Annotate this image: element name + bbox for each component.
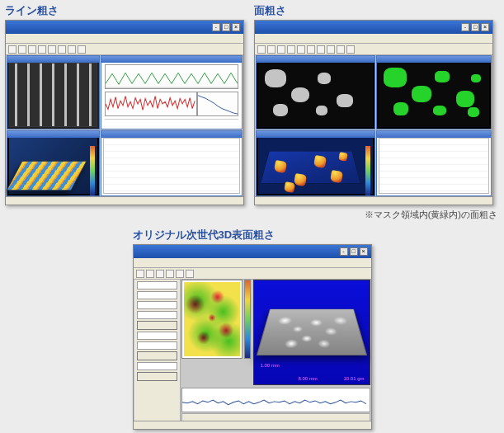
panel-heatmap[interactable] (181, 280, 243, 359)
cell-line-roughness: ライン粗さ - □ × (0, 0, 249, 207)
footnote-row: ※マスク領域内(黄緑内)の面粗さ (0, 207, 504, 224)
panel-sem-image[interactable] (256, 55, 375, 129)
toolbar-button[interactable] (58, 45, 66, 54)
action-button[interactable] (137, 321, 177, 330)
titlebar[interactable]: - □ × (6, 21, 243, 34)
toolbar[interactable] (255, 44, 492, 55)
toolbar-button[interactable] (156, 270, 164, 278)
toolbar-button[interactable] (317, 45, 325, 54)
titlebar[interactable]: - □ × (134, 245, 371, 258)
window-body (256, 55, 492, 196)
input-field[interactable] (137, 301, 177, 309)
toolbar-button[interactable] (307, 45, 315, 54)
toolbar-button[interactable] (297, 45, 305, 54)
toolbar-button[interactable] (186, 270, 194, 278)
ridged-sample-icon (9, 63, 97, 127)
caption-original3d: オリジナル次世代3D表面粗さ (133, 228, 372, 242)
minimize-button[interactable]: - (340, 247, 348, 256)
caption-line: ライン粗さ (5, 3, 244, 18)
sem-image (258, 63, 373, 127)
toolbar-button[interactable] (257, 45, 266, 54)
toolbar-button[interactable] (68, 45, 76, 54)
colorbar-icon (244, 280, 251, 359)
toolbar-button[interactable] (38, 45, 46, 54)
input-field[interactable] (137, 281, 177, 289)
window-area-roughness: - □ × (254, 20, 493, 205)
close-button[interactable]: × (481, 23, 489, 31)
toolbar-button[interactable] (176, 270, 184, 278)
input-field[interactable] (137, 341, 177, 350)
window-line-roughness: - □ × (5, 20, 244, 205)
axis-label-x: 8.00 mm (299, 376, 318, 381)
maximize-button[interactable]: □ (222, 23, 230, 31)
data-table (103, 138, 240, 194)
toolbar-button[interactable] (346, 45, 355, 54)
input-field[interactable] (137, 311, 177, 319)
toolbar[interactable] (6, 44, 243, 55)
window-original-3d: - □ × (133, 244, 372, 430)
titlebar[interactable]: - □ × (255, 21, 492, 34)
heatmap-image (184, 282, 240, 356)
input-field[interactable] (137, 291, 177, 299)
stats-table (379, 138, 489, 194)
ridged-3d-icon (6, 161, 87, 191)
profile-readout (105, 119, 238, 129)
window-body: 1.00 mm 8.00 mm 10.01 gm (134, 280, 370, 421)
toolbar-button[interactable] (8, 45, 16, 54)
window-buttons: - □ × (212, 23, 240, 31)
footnote-text: ※マスク領域内(黄緑内)の面粗さ (255, 207, 504, 224)
caption-area: 面粗さ (254, 3, 493, 18)
close-button[interactable]: × (360, 247, 368, 256)
action-button[interactable] (137, 372, 177, 381)
colorbar-icon (90, 146, 95, 195)
statusbar (6, 196, 243, 205)
axis-label-y: 1.00 mm (261, 363, 280, 368)
profile-graph-right (197, 92, 238, 116)
toolbar-button[interactable] (18, 45, 26, 54)
input-field[interactable] (137, 362, 177, 370)
maximize-button[interactable]: □ (471, 23, 479, 31)
minimize-button[interactable]: - (461, 23, 469, 31)
bottom-row: オリジナル次世代3D表面粗さ - □ × (0, 224, 504, 431)
menubar[interactable] (134, 258, 371, 268)
cell-original-3d: オリジナル次世代3D表面粗さ - □ × (128, 224, 377, 431)
profile-graph-top (105, 64, 238, 89)
toolbar[interactable] (134, 268, 371, 280)
panel-statistics-table[interactable] (376, 130, 492, 196)
action-button[interactable] (137, 351, 177, 360)
menubar[interactable] (6, 34, 243, 44)
panel-3d-masked-surface[interactable] (256, 130, 375, 196)
toolbar-button[interactable] (48, 45, 56, 54)
toolbar-button[interactable] (337, 45, 345, 54)
toolbar-button[interactable] (287, 45, 295, 54)
toolbar-button[interactable] (28, 45, 36, 54)
panel-microscope-image[interactable] (7, 55, 100, 129)
statusbar (134, 421, 371, 429)
panel-mask-overlay[interactable] (376, 55, 492, 129)
panel-data-table[interactable] (101, 130, 243, 196)
statusbar (255, 196, 492, 205)
panel-profile-plot[interactable] (181, 388, 370, 412)
toolbar-button[interactable] (267, 45, 276, 54)
surface-3d-view (258, 138, 373, 194)
panel-3d-view[interactable]: 1.00 mm 8.00 mm 10.01 gm (253, 280, 370, 385)
profile-graph-middle (105, 92, 197, 116)
toolbar-button[interactable] (136, 270, 144, 278)
toolbar-button[interactable] (327, 45, 335, 54)
window-body (7, 55, 243, 196)
maximize-button[interactable]: □ (350, 247, 358, 256)
top-row: ライン粗さ - □ × (0, 0, 504, 207)
rough-surface-3d-icon (256, 309, 366, 355)
toolbar-button[interactable] (78, 45, 86, 54)
panel-profile-graphs[interactable] (101, 55, 243, 129)
toolbar-button[interactable] (166, 270, 174, 278)
menubar[interactable] (255, 34, 492, 44)
toolbar-button[interactable] (277, 45, 285, 54)
close-button[interactable]: × (232, 23, 240, 31)
input-field[interactable] (137, 332, 177, 340)
panel-3d-surface[interactable] (7, 130, 100, 196)
toolbar-button[interactable] (146, 270, 154, 278)
colorbar-icon (365, 146, 370, 195)
minimize-button[interactable]: - (212, 23, 220, 31)
panel-controls (134, 280, 181, 421)
